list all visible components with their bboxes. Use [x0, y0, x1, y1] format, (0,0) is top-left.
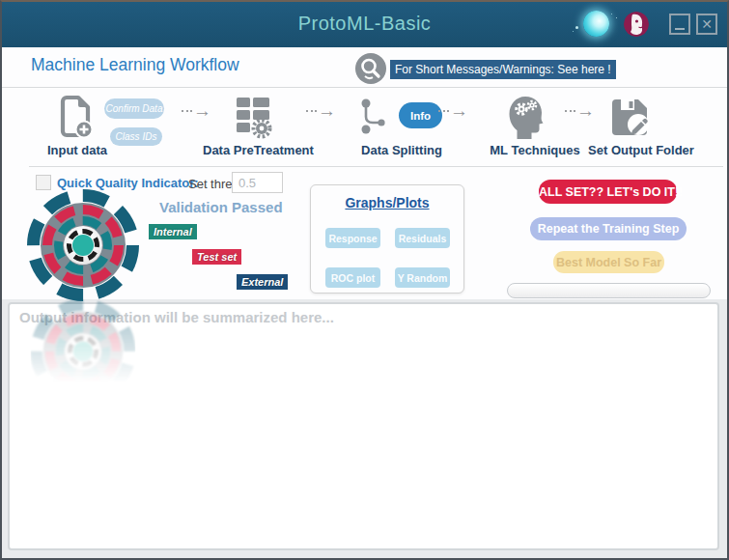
header-divider [2, 87, 727, 88]
close-icon [698, 15, 715, 33]
flow-arrow-icon [565, 105, 595, 117]
validation-status-text: Validation Passed [159, 199, 283, 215]
title-bar: ProtoML-Basic [2, 2, 727, 47]
app-logo [27, 189, 139, 301]
step-label-pretreatment: Data PreTreatment [203, 143, 305, 157]
flow-arrow-icon [182, 105, 211, 117]
step-label-set-output-folder: Set Output Folder [583, 143, 699, 157]
avatar-icon [624, 12, 649, 37]
close-button[interactable] [696, 14, 717, 35]
residuals-button[interactable]: Residuals [395, 228, 450, 248]
step-label-ml-techniques: ML Techniques [489, 143, 581, 157]
step-label-data-splitting: Data Splitting [353, 143, 450, 157]
ml-techniques-icon[interactable] [505, 95, 546, 145]
flow-arrow-icon [438, 105, 468, 117]
graphs-panel-title: Graphs/Plots [311, 195, 463, 210]
app-title: ProtoML-Basic [2, 13, 727, 35]
section-divider [29, 166, 723, 167]
support-search-icon [355, 53, 386, 84]
quality-indicator-checkbox[interactable] [36, 175, 51, 190]
flow-arrow-icon [306, 105, 336, 117]
graphs-panel: Graphs/Plots Response Residuals ROC plot… [310, 184, 464, 294]
data-splitting-icon[interactable] [358, 98, 389, 140]
progress-bar [507, 283, 711, 298]
input-data-icon[interactable] [57, 94, 98, 144]
run-button[interactable]: ALL SET?? LET's DO IT!! [539, 180, 677, 204]
badge-internal: Internal [149, 224, 197, 239]
step-label-input-data: Input data [39, 143, 116, 157]
confirm-data-button[interactable]: Confirm Data [104, 98, 164, 119]
app-logo-reflection [30, 298, 135, 404]
threshold-input[interactable] [232, 172, 283, 193]
response-button[interactable]: Response [325, 228, 380, 248]
quality-indicator-label[interactable]: Quick Quality Indicator: [57, 176, 199, 190]
class-ids-button[interactable]: Class IDs [110, 127, 162, 146]
messages-banner: For Short Messages/Warnings: See here ! [390, 60, 616, 79]
pretreatment-icon[interactable] [233, 96, 273, 144]
minimize-icon [675, 28, 685, 30]
info-button[interactable]: Info [399, 102, 442, 128]
minimize-button[interactable] [669, 14, 690, 35]
orbit-sphere-icon [583, 11, 609, 37]
best-model-button[interactable]: Best Model So Far [553, 251, 664, 273]
output-folder-icon[interactable] [610, 97, 651, 143]
badge-external: External [237, 274, 288, 290]
roc-plot-button[interactable]: ROC plot [325, 267, 380, 288]
badge-test-set: Test set [192, 249, 241, 265]
app-window: ProtoML-Basic Machine Learning Workflow … [0, 0, 729, 560]
repeat-training-button[interactable]: Repeat the Training Step [530, 217, 687, 240]
page-title: Machine Learning Workflow [31, 55, 239, 75]
y-random-button[interactable]: Y Random [395, 267, 450, 288]
